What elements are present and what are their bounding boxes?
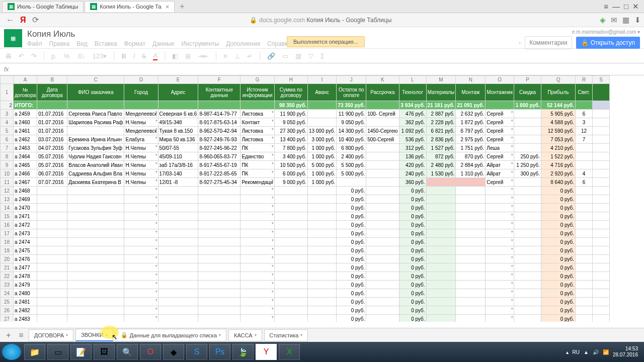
add-sheet-button[interactable]: +: [3, 331, 14, 340]
mail-icon[interactable]: ✉: [611, 16, 617, 25]
print-icon[interactable]: 🖶: [5, 52, 12, 60]
menu-bar: Файл Правка Вид Вставка Формат Данные Ин…: [27, 40, 519, 47]
italic-icon[interactable]: I: [133, 52, 135, 60]
filter-icon[interactable]: ▽: [308, 52, 313, 60]
browser-tabs-bar: ▦Июль - Google Таблицы ▦Копия Июль - Goo…: [0, 0, 644, 13]
taskbar-skype[interactable]: S: [186, 344, 207, 360]
halign-icon[interactable]: ≡: [223, 52, 227, 60]
system-tray[interactable]: ▴ RU ▲ 🔊 📶 14:5328.07.2016: [566, 346, 642, 358]
taskbar-app[interactable]: 🔍: [117, 344, 138, 360]
wrap-icon[interactable]: ↵: [247, 52, 253, 60]
lock-icon: 🔒: [250, 17, 257, 24]
taskbar-app[interactable]: ◆: [163, 344, 184, 360]
extension-icon[interactable]: ▦: [622, 16, 629, 25]
merge-icon[interactable]: ⇥⇤: [198, 52, 209, 60]
menu-view[interactable]: Вид: [76, 40, 88, 47]
menu-insert[interactable]: Вставка: [95, 40, 117, 47]
link-icon[interactable]: 🔗: [267, 52, 275, 60]
spreadsheet-grid[interactable]: ABCDEFGHIJKLMNOPQRS1№ договораДата догов…: [0, 75, 644, 322]
menu-tools[interactable]: Инструменты: [181, 40, 219, 47]
format-dropdown[interactable]: 123▾: [93, 52, 107, 60]
menu-icon[interactable]: ≡: [604, 2, 608, 11]
taskbar-app[interactable]: ▭: [47, 344, 68, 360]
menu-data[interactable]: Данные: [152, 40, 174, 47]
browser-tab-active[interactable]: ▦Копия Июль - Google Та×: [85, 1, 175, 12]
bold-icon[interactable]: B: [121, 52, 126, 60]
new-tab-button[interactable]: +: [176, 2, 188, 11]
all-sheets-button[interactable]: ≡: [16, 331, 26, 340]
percent-icon[interactable]: %: [64, 52, 70, 60]
sheet-tab[interactable]: КАССА▾: [228, 329, 262, 341]
text-color-icon[interactable]: A: [153, 52, 157, 60]
presence-icon: ▪: [519, 40, 521, 46]
taskbar-explorer[interactable]: 📁: [24, 344, 45, 360]
tray-icon[interactable]: ▲: [584, 349, 589, 355]
url-display[interactable]: 🔒 docs.google.com Копия Июль - Google Та…: [42, 17, 600, 24]
sheets-logo-icon[interactable]: ▦: [4, 29, 22, 47]
sheet-tab[interactable]: Статистика▾: [264, 329, 308, 341]
clock[interactable]: 14:5328.07.2016: [613, 346, 638, 358]
lock-icon: 🔒: [581, 39, 589, 46]
redo-icon[interactable]: ↷: [31, 52, 37, 60]
back-icon[interactable]: ←: [6, 16, 14, 25]
start-button[interactable]: [2, 344, 21, 360]
operation-status: Выполняется операция...: [287, 36, 365, 47]
browser-tab[interactable]: ▦Июль - Google Таблицы: [2, 1, 84, 12]
comments-button[interactable]: Комментарии: [525, 36, 572, 49]
chart-icon[interactable]: ▥: [295, 52, 301, 60]
sheet-tab[interactable]: ДОГОВОРА▾: [29, 329, 73, 341]
taskbar-notes[interactable]: 📝: [70, 344, 92, 360]
taskbar-app[interactable]: 🖼: [94, 344, 115, 360]
sheet-tabs-bar: + ≡ ДОГОВОРА▾ ЗВОНКИ▾ 🔒Данные для выпада…: [0, 328, 644, 342]
volume-icon[interactable]: 🔊: [593, 349, 599, 355]
sheets-favicon: ▦: [8, 3, 15, 10]
decimal-icon[interactable]: .0↓: [76, 52, 85, 60]
formula-bar[interactable]: fx: [0, 63, 644, 75]
comment-icon[interactable]: ▭: [282, 52, 288, 60]
toolbar: 🖶 ↶ ↷ р. % .0↓ 123▾ B I S̶ A ◧ ⊞ ⇥⇤ ≡ ⊥ …: [0, 48, 644, 63]
sheets-favicon: ▦: [90, 3, 97, 10]
undo-icon[interactable]: ↶: [19, 52, 24, 60]
document-title[interactable]: Копия Июль: [27, 29, 519, 39]
taskbar-excel[interactable]: X: [279, 344, 300, 360]
shield-icon[interactable]: ◈: [600, 16, 606, 25]
download-icon[interactable]: ⬇: [634, 16, 641, 25]
reload-icon[interactable]: ⟳: [32, 15, 39, 25]
borders-icon[interactable]: ⊞: [185, 52, 191, 60]
share-button[interactable]: 🔒Открыть доступ: [576, 37, 640, 49]
close-window-icon[interactable]: ✕: [632, 2, 639, 11]
menu-file[interactable]: Файл: [27, 40, 42, 47]
close-icon[interactable]: ×: [166, 3, 170, 11]
windows-taskbar: 📁 ▭ 📝 🖼 🔍 O ◆ S Ps 🍃 Y X ▴ RU ▲ 🔊 📶 14:5…: [0, 342, 644, 362]
strike-icon[interactable]: S̶: [142, 52, 146, 60]
taskbar-yandex[interactable]: Y: [256, 344, 277, 360]
taskbar-opera[interactable]: O: [140, 344, 161, 360]
user-email[interactable]: e.m.mammadov@gmail.com ▾: [519, 29, 640, 35]
maximize-icon[interactable]: □: [624, 2, 628, 11]
tray-arrow-icon[interactable]: ▴: [566, 349, 569, 355]
valign-icon[interactable]: ⊥: [234, 52, 240, 60]
taskbar-photoshop[interactable]: Ps: [209, 344, 230, 360]
sheet-tab-active[interactable]: ЗВОНКИ▾: [75, 329, 113, 341]
currency-icon[interactable]: р.: [51, 52, 57, 60]
taskbar-app[interactable]: 🍃: [232, 344, 254, 360]
menu-edit[interactable]: Правка: [49, 40, 70, 47]
minimize-icon[interactable]: —: [612, 2, 620, 11]
lang-indicator[interactable]: RU: [573, 349, 580, 355]
fill-icon[interactable]: ◧: [172, 52, 178, 60]
menu-format[interactable]: Формат: [124, 40, 145, 47]
sheet-tab[interactable]: 🔒Данные для выпадающего списка▾: [115, 329, 227, 341]
lock-icon: 🔒: [121, 332, 128, 338]
network-icon[interactable]: 📶: [603, 349, 609, 355]
address-bar: ← Я ⟳ 🔒 docs.google.com Копия Июль - Goo…: [0, 13, 644, 27]
functions-icon[interactable]: Σ: [320, 52, 325, 60]
menu-addons[interactable]: Дополнения: [226, 40, 260, 47]
yandex-icon[interactable]: Я: [20, 16, 26, 25]
